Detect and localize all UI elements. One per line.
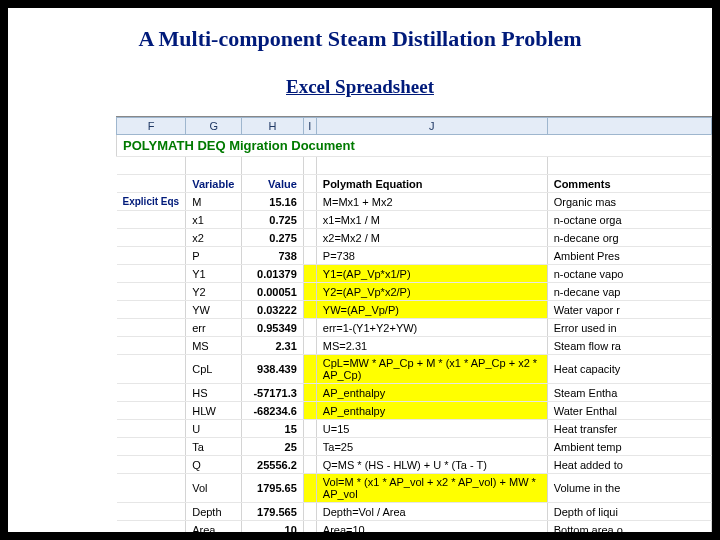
cell-comment[interactable]: Heat added to — [547, 456, 711, 474]
col-header-G[interactable]: G — [186, 118, 242, 135]
cell-value[interactable]: 938.439 — [242, 355, 304, 384]
cell-equation[interactable]: Depth=Vol / Area — [316, 503, 547, 521]
cell-value[interactable]: 10 — [242, 521, 304, 533]
table-row[interactable]: MS2.31MS=2.31Steam flow ra — [117, 337, 712, 355]
cell-variable[interactable]: Area — [186, 521, 242, 533]
cell-comment[interactable]: Bottom area o — [547, 521, 711, 533]
cell-equation[interactable]: Y1=(AP_Vp*x1/P) — [316, 265, 547, 283]
cell-value[interactable]: 0.275 — [242, 229, 304, 247]
cell-variable[interactable]: x1 — [186, 211, 242, 229]
cell-comment[interactable]: n-decane org — [547, 229, 711, 247]
cell-comment[interactable]: Error used in — [547, 319, 711, 337]
cell-comment[interactable]: Depth of liqui — [547, 503, 711, 521]
cell-variable[interactable]: HLW — [186, 402, 242, 420]
cell-value[interactable]: 0.95349 — [242, 319, 304, 337]
cell-variable[interactable]: YW — [186, 301, 242, 319]
col-header-I[interactable]: I — [303, 118, 316, 135]
cell-equation[interactable]: P=738 — [316, 247, 547, 265]
table-row[interactable]: P738P=738Ambient Pres — [117, 247, 712, 265]
cell-equation[interactable]: YW=(AP_Vp/P) — [316, 301, 547, 319]
table-row[interactable]: err0.95349err=1-(Y1+Y2+YW)Error used in — [117, 319, 712, 337]
cell-variable[interactable]: M — [186, 193, 242, 211]
cell-variable[interactable]: Vol — [186, 474, 242, 503]
header-row: Variable Value Polymath Equation Comment… — [117, 175, 712, 193]
cell-comment[interactable]: n-decane vap — [547, 283, 711, 301]
cell-comment[interactable]: Steam flow ra — [547, 337, 711, 355]
cell-equation[interactable]: AP_enthalpy — [316, 384, 547, 402]
column-headers: F G H I J — [117, 118, 712, 135]
table-row[interactable]: HLW-68234.6AP_enthalpyWater Enthal — [117, 402, 712, 420]
table-row[interactable]: CpL938.439CpL=MW * AP_Cp + M * (x1 * AP_… — [117, 355, 712, 384]
cell-variable[interactable]: HS — [186, 384, 242, 402]
cell-value[interactable]: 0.03222 — [242, 301, 304, 319]
cell-equation[interactable]: err=1-(Y1+Y2+YW) — [316, 319, 547, 337]
cell-value[interactable]: 15 — [242, 420, 304, 438]
explicit-label: Explicit Eqs — [117, 193, 186, 211]
table-row[interactable]: x20.275x2=Mx2 / Mn-decane org — [117, 229, 712, 247]
cell-comment[interactable]: Organic mas — [547, 193, 711, 211]
cell-equation[interactable]: Area=10 — [316, 521, 547, 533]
cell-equation[interactable]: Y2=(AP_Vp*x2/P) — [316, 283, 547, 301]
col-header-H[interactable]: H — [242, 118, 304, 135]
cell-variable[interactable]: Ta — [186, 438, 242, 456]
cell-variable[interactable]: MS — [186, 337, 242, 355]
table-row[interactable]: Area10Area=10Bottom area o — [117, 521, 712, 533]
table-row[interactable]: Depth179.565Depth=Vol / AreaDepth of liq… — [117, 503, 712, 521]
table-row[interactable]: x10.725x1=Mx1 / Mn-octane orga — [117, 211, 712, 229]
cell-value[interactable]: 179.565 — [242, 503, 304, 521]
cell-value[interactable]: 25 — [242, 438, 304, 456]
cell-comment[interactable]: Heat transfer — [547, 420, 711, 438]
cell-equation[interactable]: AP_enthalpy — [316, 402, 547, 420]
col-header-F[interactable]: F — [117, 118, 186, 135]
table-row[interactable]: HS-57171.3AP_enthalpySteam Entha — [117, 384, 712, 402]
table-row[interactable]: YW0.03222YW=(AP_Vp/P)Water vapor r — [117, 301, 712, 319]
table-row[interactable]: Vol1795.65Vol=M * (x1 * AP_vol + x2 * AP… — [117, 474, 712, 503]
cell-equation[interactable]: x2=Mx2 / M — [316, 229, 547, 247]
cell-equation[interactable]: x1=Mx1 / M — [316, 211, 547, 229]
cell-variable[interactable]: Y2 — [186, 283, 242, 301]
cell-equation[interactable]: MS=2.31 — [316, 337, 547, 355]
table-row[interactable]: Ta25Ta=25Ambient temp — [117, 438, 712, 456]
cell-comment[interactable]: Steam Entha — [547, 384, 711, 402]
col-header-K[interactable] — [547, 118, 711, 135]
cell-value[interactable]: -57171.3 — [242, 384, 304, 402]
spreadsheet-view[interactable]: F G H I J POLYMATH DEQ Migration Documen… — [116, 116, 712, 532]
cell-value[interactable]: 15.16 — [242, 193, 304, 211]
table-row[interactable]: Y10.01379Y1=(AP_Vp*x1/P)n-octane vapo — [117, 265, 712, 283]
cell-value[interactable]: 738 — [242, 247, 304, 265]
cell-value[interactable]: -68234.6 — [242, 402, 304, 420]
cell-value[interactable]: 0.01379 — [242, 265, 304, 283]
cell-value[interactable]: 0.725 — [242, 211, 304, 229]
cell-value[interactable]: 2.31 — [242, 337, 304, 355]
cell-comment[interactable]: Water vapor r — [547, 301, 711, 319]
cell-value[interactable]: 1795.65 — [242, 474, 304, 503]
cell-equation[interactable]: Ta=25 — [316, 438, 547, 456]
cell-comment[interactable]: n-octane orga — [547, 211, 711, 229]
cell-value[interactable]: 25556.2 — [242, 456, 304, 474]
cell-comment[interactable]: Ambient Pres — [547, 247, 711, 265]
cell-equation[interactable]: U=15 — [316, 420, 547, 438]
cell-equation[interactable]: CpL=MW * AP_Cp + M * (x1 * AP_Cp + x2 * … — [316, 355, 547, 384]
cell-variable[interactable]: err — [186, 319, 242, 337]
col-header-J[interactable]: J — [316, 118, 547, 135]
cell-variable[interactable]: Depth — [186, 503, 242, 521]
cell-equation[interactable]: Q=MS * (HS - HLW) + U * (Ta - T) — [316, 456, 547, 474]
table-row[interactable]: U15U=15Heat transfer — [117, 420, 712, 438]
cell-equation[interactable]: M=Mx1 + Mx2 — [316, 193, 547, 211]
cell-equation[interactable]: Vol=M * (x1 * AP_vol + x2 * AP_vol) + MW… — [316, 474, 547, 503]
cell-comment[interactable]: n-octane vapo — [547, 265, 711, 283]
cell-variable[interactable]: x2 — [186, 229, 242, 247]
table-row[interactable]: Explicit EqsM15.16M=Mx1 + Mx2Organic mas — [117, 193, 712, 211]
cell-variable[interactable]: CpL — [186, 355, 242, 384]
cell-variable[interactable]: U — [186, 420, 242, 438]
cell-value[interactable]: 0.00051 — [242, 283, 304, 301]
cell-variable[interactable]: P — [186, 247, 242, 265]
cell-comment[interactable]: Heat capacity — [547, 355, 711, 384]
table-row[interactable]: Q25556.2Q=MS * (HS - HLW) + U * (Ta - T)… — [117, 456, 712, 474]
table-row[interactable]: Y20.00051Y2=(AP_Vp*x2/P)n-decane vap — [117, 283, 712, 301]
cell-comment[interactable]: Volume in the — [547, 474, 711, 503]
cell-comment[interactable]: Ambient temp — [547, 438, 711, 456]
cell-variable[interactable]: Y1 — [186, 265, 242, 283]
cell-variable[interactable]: Q — [186, 456, 242, 474]
cell-comment[interactable]: Water Enthal — [547, 402, 711, 420]
